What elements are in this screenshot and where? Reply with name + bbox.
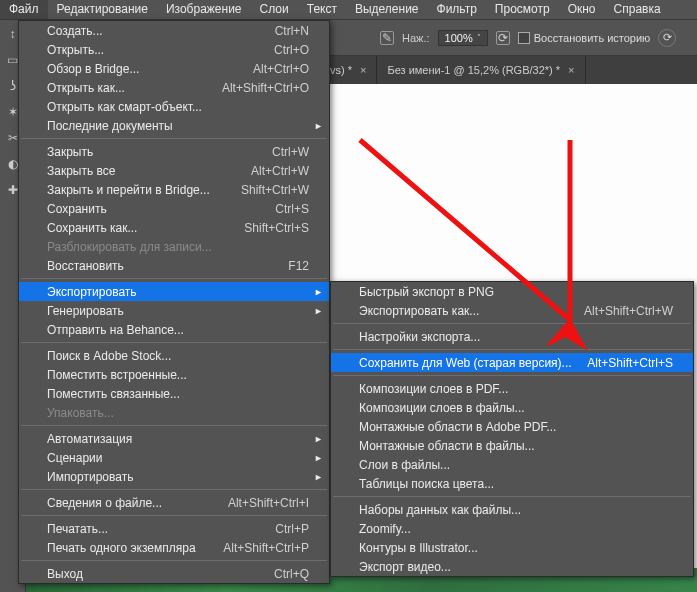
menu-item[interactable]: Композиции слоев в файлы... (331, 398, 693, 417)
restore-history-toggle[interactable]: Восстановить историю (518, 32, 651, 44)
menu-item-label: Печатать... (47, 522, 275, 536)
menu-file[interactable]: Файл (0, 0, 48, 19)
pressure-icon[interactable]: ⟳ (496, 31, 510, 45)
menu-item-label: Последние документы (47, 119, 309, 133)
menu-layer[interactable]: Слои (251, 0, 298, 19)
menu-item-label: Закрыть все (47, 164, 251, 178)
menu-item[interactable]: Поместить связанные... (19, 384, 329, 403)
menu-item[interactable]: Настройки экспорта... (331, 327, 693, 346)
export-submenu-dropdown: Быстрый экспорт в PNGЭкспортировать как.… (330, 281, 694, 577)
menu-item-shortcut: Ctrl+P (275, 522, 309, 536)
menu-item[interactable]: Открыть как смарт-объект... (19, 97, 329, 116)
menu-item-label: Автоматизация (47, 432, 309, 446)
menu-item[interactable]: Поместить встроенные... (19, 365, 329, 384)
menu-separator (333, 323, 691, 324)
menu-item[interactable]: Сохранить для Web (старая версия)...Alt+… (331, 353, 693, 372)
menu-item-label: Восстановить (47, 259, 288, 273)
menu-item-shortcut: Alt+Shift+Ctrl+P (223, 541, 309, 555)
menu-item[interactable]: Импортировать (19, 467, 329, 486)
menu-item[interactable]: Контуры в Illustrator... (331, 538, 693, 557)
menu-item[interactable]: Сведения о файле...Alt+Shift+Ctrl+I (19, 493, 329, 512)
menu-item[interactable]: Экспортировать (19, 282, 329, 301)
menu-item[interactable]: ВыходCtrl+Q (19, 564, 329, 583)
menu-item-shortcut: Shift+Ctrl+W (241, 183, 309, 197)
close-icon[interactable]: × (568, 64, 574, 76)
menu-item-shortcut: Ctrl+W (272, 145, 309, 159)
menu-item-label: Быстрый экспорт в PNG (359, 285, 673, 299)
menu-item-shortcut: Alt+Shift+Ctrl+I (228, 496, 309, 510)
menu-separator (21, 425, 327, 426)
menu-item-label: Экспортировать (47, 285, 309, 299)
menu-item-label: Закрыть (47, 145, 272, 159)
menu-item-label: Открыть как смарт-объект... (47, 100, 309, 114)
menu-item[interactable]: Монтажные области в Adobe PDF... (331, 417, 693, 436)
menu-item[interactable]: СохранитьCtrl+S (19, 199, 329, 218)
menu-item[interactable]: Сценарии (19, 448, 329, 467)
menu-item-label: Закрыть и перейти в Bridge... (47, 183, 241, 197)
menu-item-label: Сохранить (47, 202, 275, 216)
menu-separator (21, 489, 327, 490)
refresh-icon[interactable]: ⟳ (658, 29, 676, 47)
menu-item-label: Разблокировать для записи... (47, 240, 309, 254)
menu-item-label: Наборы данных как файлы... (359, 503, 673, 517)
menu-item-label: Сохранить для Web (старая версия)... (359, 356, 587, 370)
menu-item-label: Настройки экспорта... (359, 330, 673, 344)
menu-item[interactable]: Таблицы поиска цвета... (331, 474, 693, 493)
menu-item[interactable]: ВосстановитьF12 (19, 256, 329, 275)
menu-help[interactable]: Справка (605, 0, 670, 19)
menu-item[interactable]: ЗакрытьCtrl+W (19, 142, 329, 161)
menu-item[interactable]: Наборы данных как файлы... (331, 500, 693, 519)
tab-label: Без имени-1 @ 15,2% (RGB/32*) * (387, 64, 560, 76)
menu-view[interactable]: Просмотр (486, 0, 559, 19)
menu-item-label: Печать одного экземпляра (47, 541, 223, 555)
close-icon[interactable]: × (360, 64, 366, 76)
menu-item-label: Открыть как... (47, 81, 222, 95)
menu-item-label: Монтажные области в файлы... (359, 439, 673, 453)
menu-item-label: Обзор в Bridge... (47, 62, 253, 76)
menu-item-shortcut: Alt+Ctrl+W (251, 164, 309, 178)
menu-item-label: Открыть... (47, 43, 274, 57)
menu-item[interactable]: Автоматизация (19, 429, 329, 448)
menu-item-shortcut: Alt+Ctrl+O (253, 62, 309, 76)
menu-item[interactable]: Открыть как...Alt+Shift+Ctrl+O (19, 78, 329, 97)
menubar: Файл Редактирование Изображение Слои Тек… (0, 0, 697, 20)
menu-separator (21, 342, 327, 343)
menu-item-label: Сохранить как... (47, 221, 244, 235)
menu-item[interactable]: Обзор в Bridge...Alt+Ctrl+O (19, 59, 329, 78)
menu-item-label: Контуры в Illustrator... (359, 541, 673, 555)
brush-icon[interactable]: ✎ (380, 31, 394, 45)
menu-edit[interactable]: Редактирование (48, 0, 157, 19)
menu-separator (21, 278, 327, 279)
menu-item[interactable]: Экспорт видео... (331, 557, 693, 576)
menu-item[interactable]: Слои в файлы... (331, 455, 693, 474)
menu-item[interactable]: Zoomify... (331, 519, 693, 538)
menu-item[interactable]: Печать одного экземпляраAlt+Shift+Ctrl+P (19, 538, 329, 557)
tab-label: vs) * (330, 64, 352, 76)
menu-type[interactable]: Текст (298, 0, 346, 19)
menu-item[interactable]: Композиции слоев в PDF... (331, 379, 693, 398)
menu-item[interactable]: Создать...Ctrl+N (19, 21, 329, 40)
menu-item[interactable]: Поиск в Adobe Stock... (19, 346, 329, 365)
menu-item[interactable]: Закрыть и перейти в Bridge...Shift+Ctrl+… (19, 180, 329, 199)
menu-item-label: Таблицы поиска цвета... (359, 477, 673, 491)
menu-image[interactable]: Изображение (157, 0, 251, 19)
menu-item[interactable]: Сохранить как...Shift+Ctrl+S (19, 218, 329, 237)
menu-select[interactable]: Выделение (346, 0, 428, 19)
mode-value[interactable]: 100%˅ (438, 30, 488, 46)
menu-item[interactable]: Быстрый экспорт в PNG (331, 282, 693, 301)
menu-item[interactable]: Печатать...Ctrl+P (19, 519, 329, 538)
menu-window[interactable]: Окно (559, 0, 605, 19)
restore-history-label: Восстановить историю (534, 32, 651, 44)
tab-1[interactable]: Без имени-1 @ 15,2% (RGB/32*) * × (377, 56, 585, 84)
menu-item[interactable]: Последние документы (19, 116, 329, 135)
menu-item[interactable]: Открыть...Ctrl+O (19, 40, 329, 59)
menu-item[interactable]: Генерировать (19, 301, 329, 320)
menu-filter[interactable]: Фильтр (428, 0, 486, 19)
menu-item-label: Экспортировать как... (359, 304, 584, 318)
menu-item[interactable]: Закрыть всеAlt+Ctrl+W (19, 161, 329, 180)
menu-item-shortcut: Alt+Shift+Ctrl+O (222, 81, 309, 95)
menu-item[interactable]: Отправить на Behance... (19, 320, 329, 339)
menu-item[interactable]: Экспортировать как...Alt+Shift+Ctrl+W (331, 301, 693, 320)
menu-item-label: Слои в файлы... (359, 458, 673, 472)
menu-item[interactable]: Монтажные области в файлы... (331, 436, 693, 455)
